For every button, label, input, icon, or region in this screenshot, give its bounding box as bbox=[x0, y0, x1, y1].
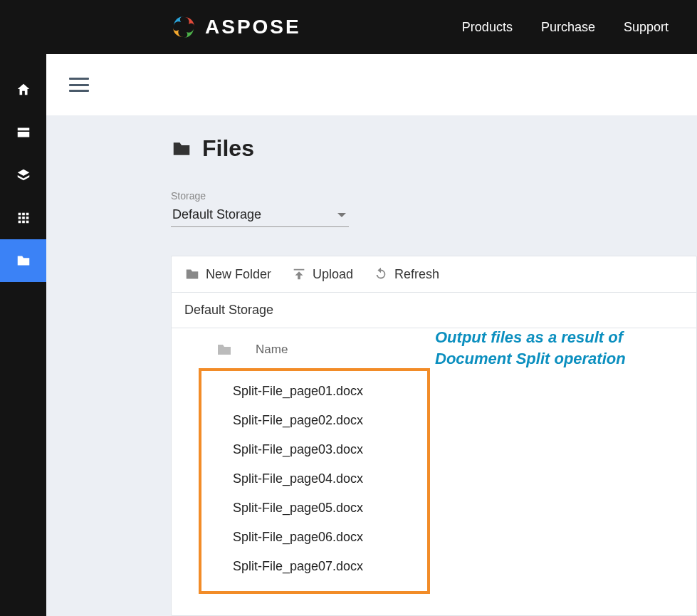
file-row[interactable]: Split-File_page01.docx bbox=[201, 377, 427, 406]
aspose-logo-icon bbox=[171, 14, 196, 40]
sidebar-item-grid[interactable] bbox=[0, 197, 46, 239]
sidebar-item-home[interactable] bbox=[0, 68, 46, 111]
nav-support[interactable]: Support bbox=[624, 20, 669, 35]
upload-icon bbox=[291, 266, 307, 282]
home-icon bbox=[16, 82, 31, 98]
page-title: Files bbox=[202, 135, 254, 162]
upload-button[interactable]: Upload bbox=[291, 266, 353, 282]
new-folder-button[interactable]: New Folder bbox=[184, 266, 271, 282]
folder-solid-icon bbox=[171, 138, 192, 160]
file-toolbar: New Folder Upload Refresh bbox=[172, 256, 696, 293]
chevron-down-icon bbox=[337, 213, 346, 217]
sidebar-item-folder[interactable] bbox=[0, 239, 46, 282]
file-row[interactable]: Split-File_page04.docx bbox=[201, 464, 427, 494]
layers-icon bbox=[16, 167, 31, 183]
folder-header-icon bbox=[214, 341, 234, 358]
storage-label: Storage bbox=[171, 190, 697, 202]
grid-icon bbox=[16, 210, 31, 226]
card-icon bbox=[16, 125, 31, 140]
refresh-icon bbox=[373, 266, 389, 282]
storage-select[interactable]: Default Storage bbox=[171, 203, 349, 227]
refresh-label: Refresh bbox=[394, 267, 439, 282]
breadcrumb[interactable]: Default Storage bbox=[172, 293, 696, 328]
main-content: Files Storage Default Storage New Folder… bbox=[46, 115, 697, 616]
storage-selected-value: Default Storage bbox=[172, 207, 261, 222]
sidebar bbox=[0, 54, 46, 616]
file-panel: New Folder Upload Refresh Default Storag… bbox=[171, 256, 697, 616]
nav-purchase[interactable]: Purchase bbox=[541, 20, 595, 35]
column-name-header[interactable]: Name bbox=[256, 343, 288, 357]
brand-name: ASPOSE bbox=[205, 16, 301, 38]
sidebar-item-layers[interactable] bbox=[0, 154, 46, 197]
page-title-row: Files bbox=[171, 135, 697, 162]
file-row[interactable]: Split-File_page03.docx bbox=[201, 435, 427, 464]
nav-products[interactable]: Products bbox=[462, 20, 513, 35]
file-row[interactable]: Split-File_page05.docx bbox=[201, 494, 427, 523]
file-row[interactable]: Split-File_page07.docx bbox=[201, 552, 427, 581]
file-table: Name Split-File_page01.docx Split-File_p… bbox=[172, 328, 696, 615]
annotation-callout: Output files as a result of Document Spl… bbox=[435, 327, 696, 369]
file-row[interactable]: Split-File_page06.docx bbox=[201, 523, 427, 552]
content-header bbox=[46, 54, 697, 115]
file-row[interactable]: Split-File_page02.docx bbox=[201, 406, 427, 435]
new-folder-icon bbox=[184, 266, 200, 282]
new-folder-label: New Folder bbox=[206, 267, 271, 282]
storage-selector-group: Storage Default Storage bbox=[171, 190, 697, 227]
refresh-button[interactable]: Refresh bbox=[373, 266, 439, 282]
output-files-highlight: Split-File_page01.docx Split-File_page02… bbox=[199, 368, 430, 594]
sidebar-item-card[interactable] bbox=[0, 111, 46, 154]
top-nav: Products Purchase Support bbox=[462, 20, 669, 35]
folder-icon bbox=[16, 253, 31, 268]
upload-label: Upload bbox=[313, 267, 353, 282]
hamburger-menu[interactable] bbox=[69, 78, 89, 92]
brand-logo[interactable]: ASPOSE bbox=[171, 14, 301, 40]
top-bar: ASPOSE Products Purchase Support bbox=[0, 0, 697, 54]
